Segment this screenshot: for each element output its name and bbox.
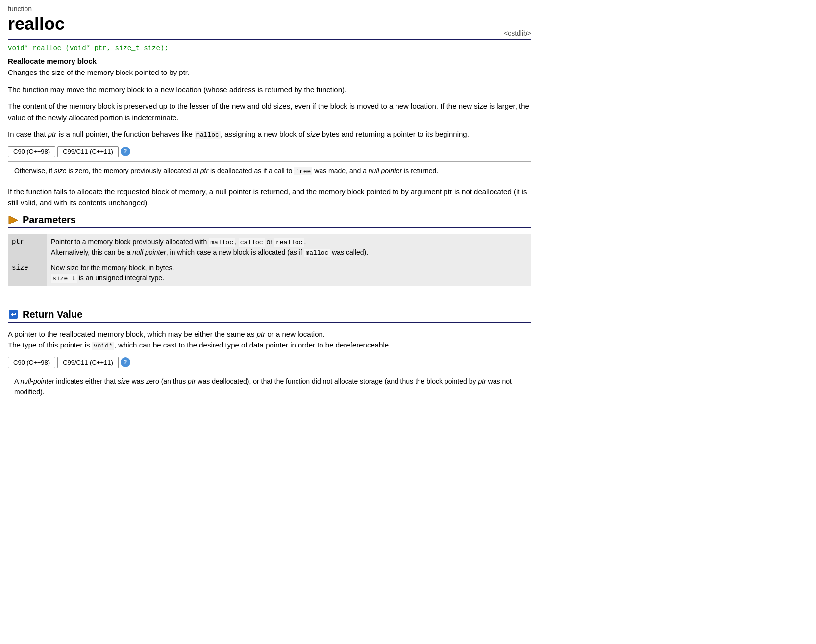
parameters-table: ptr Pointer to a memory block previously… bbox=[8, 234, 531, 286]
description-1: Changes the size of the memory block poi… bbox=[8, 67, 531, 78]
note-box-2: A null-pointer indicates either that siz… bbox=[8, 372, 531, 401]
svg-text:↩: ↩ bbox=[11, 311, 16, 318]
section-title: Reallocate memory block bbox=[8, 57, 531, 65]
parameters-icon bbox=[8, 215, 19, 225]
info-icon-2[interactable]: ? bbox=[121, 357, 130, 367]
function-label: function bbox=[8, 5, 531, 13]
param-size-name: size bbox=[8, 260, 47, 286]
parameters-title: Parameters bbox=[23, 214, 76, 225]
parameters-section-header: Parameters bbox=[8, 214, 531, 228]
param-ptr-name: ptr bbox=[8, 234, 47, 260]
return-value-icon: ↩ bbox=[8, 309, 19, 320]
param-size-row: size New size for the memory block, in b… bbox=[8, 260, 531, 286]
tab-c90-1[interactable]: C90 (C++98) bbox=[8, 146, 55, 157]
tab-c99-1[interactable]: C99/C11 (C++11) bbox=[57, 146, 119, 157]
note-box-1: Otherwise, if size is zero, the memory p… bbox=[8, 161, 531, 181]
description-4: In case that ptr is a null pointer, the … bbox=[8, 129, 531, 140]
function-signature: void* realloc (void* ptr, size_t size); bbox=[8, 44, 531, 52]
return-desc-1: A pointer to the reallocated memory bloc… bbox=[8, 329, 531, 351]
tabs-row-2: C90 (C++98) C99/C11 (C++11) ? bbox=[8, 357, 531, 368]
description-5: If the function fails to allocate the re… bbox=[8, 186, 531, 208]
description-2: The function may move the memory block t… bbox=[8, 84, 531, 96]
return-value-section-header: ↩ Return Value bbox=[8, 309, 531, 323]
return-value-title: Return Value bbox=[23, 309, 82, 320]
tab-c90-2[interactable]: C90 (C++98) bbox=[8, 357, 55, 368]
cstdlib-label: <cstdlib> bbox=[504, 29, 531, 37]
param-ptr-row: ptr Pointer to a memory block previously… bbox=[8, 234, 531, 260]
tab-c99-2[interactable]: C99/C11 (C++11) bbox=[57, 357, 119, 368]
function-title: realloc bbox=[8, 14, 65, 34]
svg-marker-0 bbox=[9, 216, 18, 224]
description-3: The content of the memory block is prese… bbox=[8, 101, 531, 123]
info-icon-1[interactable]: ? bbox=[121, 147, 130, 156]
tabs-row-1: C90 (C++98) C99/C11 (C++11) ? bbox=[8, 146, 531, 157]
param-size-desc: New size for the memory block, in bytes.… bbox=[47, 260, 531, 286]
param-ptr-desc: Pointer to a memory block previously all… bbox=[47, 234, 531, 260]
